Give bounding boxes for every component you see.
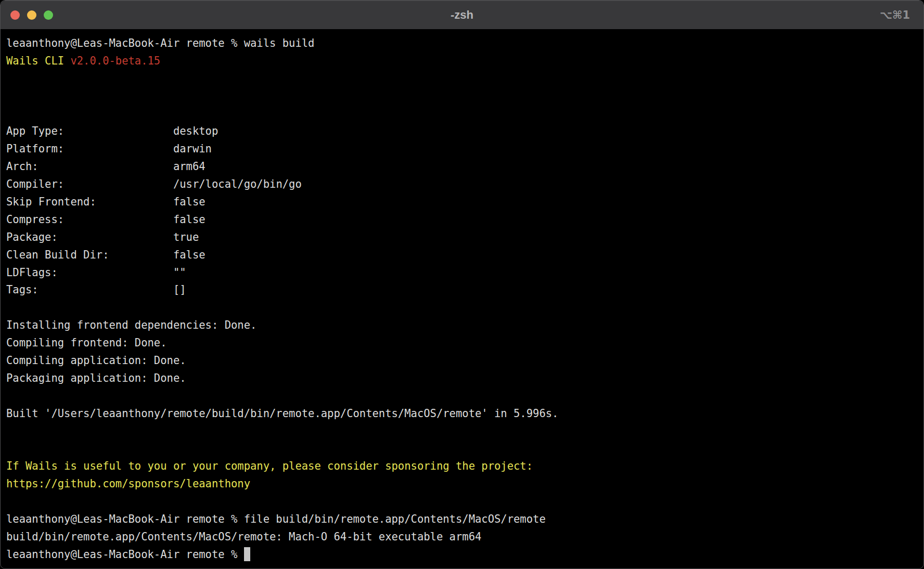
config-label: LDFlags: (6, 266, 58, 279)
terminal-line: leaanthony@Leas-MacBook-Air remote % wai… (6, 35, 919, 53)
terminal-line: https://github.com/sponsors/leaanthony (6, 475, 919, 493)
sponsor-url: https://github.com/sponsors/leaanthony (6, 477, 250, 490)
terminal-line: App Type: desktop (6, 123, 919, 140)
config-value: arm64 (38, 160, 206, 173)
terminal-line: Compiling frontend: Done. (6, 334, 919, 352)
build-step: Compiling application: Done. (6, 354, 186, 367)
window-title: -zsh (1, 8, 923, 22)
config-value: false (109, 249, 205, 261)
terminal-line: Compiling application: Done. (6, 352, 919, 370)
config-label: Package: (6, 231, 58, 243)
terminal-line: Tags: [] (6, 281, 919, 299)
terminal-line: Skip Frontend: false (6, 193, 919, 211)
build-result: Built '/Users/leaanthony/remote/build/bi… (6, 407, 558, 420)
config-label: Tags: (6, 283, 38, 296)
terminal-line (6, 423, 919, 441)
terminal-line: leaanthony@Leas-MacBook-Air remote % (6, 546, 919, 564)
terminal-line: Packaging application: Done. (6, 370, 919, 387)
terminal-line (6, 106, 919, 123)
prompt-command-file: leaanthony@Leas-MacBook-Air remote % fil… (6, 513, 546, 525)
terminal-line: leaanthony@Leas-MacBook-Air remote % fil… (6, 511, 919, 528)
terminal-line: Arch: arm64 (6, 158, 919, 176)
close-button[interactable] (10, 10, 20, 20)
terminal-line: Compiler: /usr/local/go/bin/go (6, 176, 919, 193)
prompt-command-wails-build: leaanthony@Leas-MacBook-Air remote % wai… (6, 37, 314, 49)
terminal-cursor (244, 547, 251, 561)
terminal-line (6, 440, 919, 458)
config-value: false (96, 196, 206, 208)
terminal-line: Compress: false (6, 211, 919, 229)
terminal-line: build/bin/remote.app/Contents/MacOS/remo… (6, 528, 919, 546)
config-label: Arch: (6, 160, 38, 173)
config-label: Platform: (6, 143, 64, 155)
config-value: "" (58, 266, 186, 279)
terminal-line: Wails CLI v2.0.0-beta.15 (6, 53, 919, 70)
terminal-line: Installing frontend dependencies: Done. (6, 317, 919, 334)
build-step: Packaging application: Done. (6, 372, 186, 384)
terminal-window: -zsh ⌥⌘1 leaanthony@Leas-MacBook-Air rem… (0, 0, 924, 569)
terminal-line: Platform: darwin (6, 140, 919, 158)
terminal-line (6, 88, 919, 106)
terminal-line: LDFlags: "" (6, 264, 919, 282)
terminal-screen[interactable]: leaanthony@Leas-MacBook-Air remote % wai… (1, 29, 923, 564)
build-step: Compiling frontend: Done. (6, 337, 167, 349)
config-label: Clean Build Dir: (6, 249, 109, 261)
config-value: true (58, 231, 199, 243)
terminal-line (6, 493, 919, 511)
terminal-line (6, 70, 919, 88)
terminal-line (6, 299, 919, 317)
tab-shortcut-hint: ⌥⌘1 (880, 9, 910, 21)
terminal-line (6, 387, 919, 405)
terminal-line: Clean Build Dir: false (6, 247, 919, 264)
terminal-line: Built '/Users/leaanthony/remote/build/bi… (6, 405, 919, 423)
terminal-line: If Wails is useful to you or your compan… (6, 458, 919, 475)
build-step: Installing frontend dependencies: Done. (6, 319, 256, 331)
cli-version: v2.0.0-beta.15 (70, 55, 160, 67)
config-label: Compiler: (6, 178, 64, 190)
config-label: Skip Frontend: (6, 196, 96, 208)
titlebar[interactable]: -zsh ⌥⌘1 (1, 1, 923, 29)
window-controls (1, 10, 53, 20)
file-command-output: build/bin/remote.app/Contents/MacOS/remo… (6, 531, 481, 543)
sponsor-message: If Wails is useful to you or your compan… (6, 460, 533, 472)
config-value: darwin (64, 143, 212, 155)
zoom-button[interactable] (44, 10, 53, 20)
prompt: leaanthony@Leas-MacBook-Air remote % (6, 548, 244, 561)
config-value: false (64, 213, 206, 226)
minimize-button[interactable] (27, 10, 36, 20)
cli-name: Wails CLI (6, 55, 70, 67)
config-value: [] (38, 283, 186, 296)
terminal-line: Package: true (6, 229, 919, 247)
config-label: Compress: (6, 213, 64, 226)
config-label: App Type: (6, 125, 64, 137)
config-value: /usr/local/go/bin/go (64, 178, 302, 190)
config-value: desktop (64, 125, 218, 137)
